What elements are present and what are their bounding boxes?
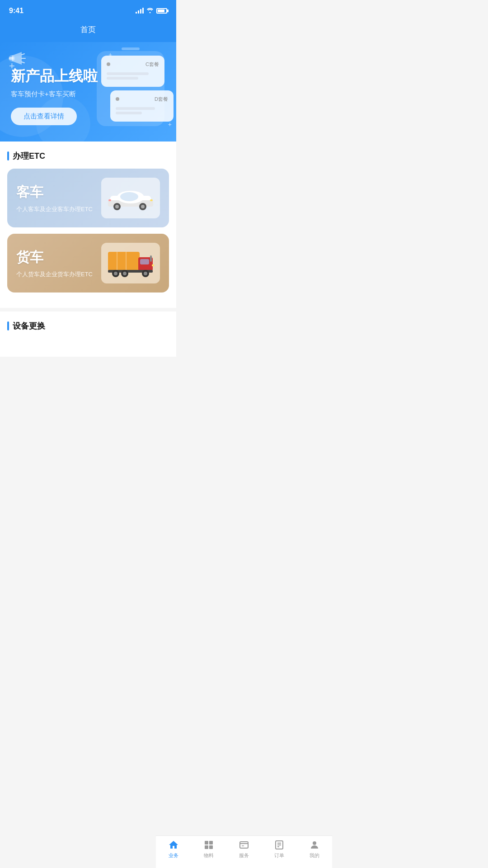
plan-card-c: C套餐 [101, 56, 164, 87]
truck-image [101, 243, 160, 283]
battery-icon [156, 8, 167, 14]
truck-card-left: 货车 个人货车及企业货车办理ETC [16, 248, 101, 278]
section-bar-device [7, 321, 9, 330]
banner: + + + 新产品上线啦 客车预付卡+客车买断 点击查看详情 C套餐 [0, 42, 176, 142]
signal-icon [136, 8, 144, 14]
truck-card[interactable]: 货车 个人货车及企业货车办理ETC [7, 234, 169, 292]
passenger-card-title: 客车 [16, 183, 101, 202]
banner-phone-mockup: C套餐 D套餐 [97, 51, 169, 126]
etc-section-header: 办理ETC [7, 151, 169, 161]
svg-point-25 [123, 272, 127, 275]
passenger-card-left: 客车 个人客车及企业客车办理ETC [16, 183, 101, 213]
passenger-car-card[interactable]: 客车 个人客车及企业客车办理ETC [7, 169, 169, 227]
svg-rect-16 [108, 252, 140, 271]
svg-point-27 [144, 272, 147, 275]
banner-detail-button[interactable]: 点击查看详情 [11, 108, 77, 125]
svg-point-9 [120, 192, 138, 201]
truck-card-desc: 个人货车及企业货车办理ETC [16, 270, 101, 278]
status-time: 9:41 [9, 7, 23, 15]
passenger-card-desc: 个人客车及企业客车办理ETC [16, 205, 101, 213]
device-section-header: 设备更换 [7, 321, 169, 331]
svg-rect-29 [150, 255, 152, 262]
svg-point-23 [114, 272, 117, 275]
svg-point-13 [141, 205, 145, 208]
page-header: 首页 [0, 20, 176, 42]
passenger-car-image [101, 178, 160, 218]
svg-rect-14 [150, 199, 153, 201]
page-title: 首页 [80, 25, 96, 34]
svg-rect-28 [152, 264, 154, 266]
status-bar: 9:41 [0, 0, 176, 20]
svg-line-3 [22, 54, 24, 55]
device-section: 设备更换 [0, 311, 176, 357]
plan-card-d: D套餐 [110, 90, 174, 122]
device-section-title: 设备更换 [13, 321, 45, 331]
svg-rect-20 [140, 259, 149, 264]
etc-section: 办理ETC 客车 个人客车及企业客车办理ETC [0, 142, 176, 308]
svg-line-5 [22, 62, 24, 63]
wifi-icon [146, 7, 154, 14]
truck-card-title: 货车 [16, 248, 101, 267]
etc-section-title: 办理ETC [13, 151, 45, 161]
status-icons [136, 7, 167, 14]
svg-rect-15 [108, 199, 111, 201]
megaphone-icon [8, 50, 26, 68]
svg-point-11 [115, 205, 119, 208]
section-bar-etc [7, 151, 9, 160]
svg-rect-2 [9, 57, 14, 60]
